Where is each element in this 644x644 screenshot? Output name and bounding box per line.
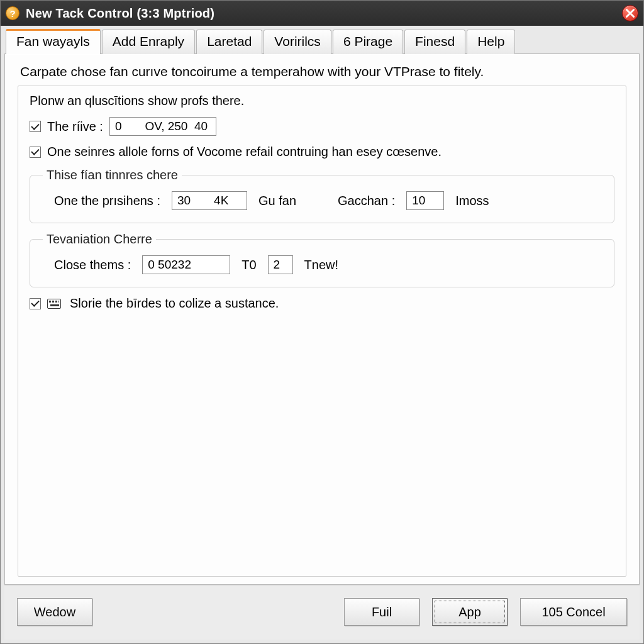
group-thise-fian: Thise fían tinnres chere One the prısihe… <box>30 168 614 223</box>
app-window: ? New Tack Control (3:3 Mptriod) Fan way… <box>0 0 644 644</box>
legend-tevaniation: Tevaniation Cherre <box>43 232 156 247</box>
tab-help[interactable]: Help <box>467 30 515 54</box>
tab-panel: Carpate chose fan curıve toncoirume a te… <box>4 53 640 585</box>
row-close-thems: Close thems : T0 Tnew! <box>43 255 601 274</box>
app-icon: ? <box>6 6 19 20</box>
tab-finesd[interactable]: Finesd <box>404 30 465 54</box>
tab-fan-wayayls[interactable]: Fan wayayls <box>6 29 101 54</box>
tabstrip: Fan wayayls Add Enraply Laretad Voririlc… <box>4 28 640 53</box>
wedow-button[interactable]: Wedow <box>17 598 92 626</box>
legend-thise-fian: Thise fían tinnres chere <box>43 168 182 182</box>
button-bar: Wedow Fuil App 105 Concel <box>4 585 640 640</box>
close-button[interactable] <box>622 5 638 21</box>
checkbox-seinres[interactable] <box>30 147 41 158</box>
label-t0: T0 <box>242 258 256 272</box>
keyboard-icon <box>47 299 61 309</box>
dialog-body: Fan wayayls Add Enraply Laretad Voririlc… <box>1 26 643 643</box>
close-icon <box>626 9 635 18</box>
tab-6-pirage[interactable]: 6 Pirage <box>333 30 403 54</box>
tab-laretad[interactable]: Laretad <box>196 30 262 54</box>
settings-container: Plonw an qluscītions show profs there. T… <box>18 86 626 577</box>
checkbox-rive[interactable] <box>30 121 41 132</box>
cancel-button[interactable]: 105 Concel <box>520 598 627 626</box>
row-slorie: Slorie the bīrdes to colize a sustance. <box>30 296 614 311</box>
checkbox-slorie[interactable] <box>30 298 41 309</box>
input-gacchan[interactable] <box>406 191 444 210</box>
label-prsihers: One the prısihens : <box>54 194 160 208</box>
input-t0[interactable] <box>268 255 293 274</box>
row-seinres: One seinres allole forns of Vocome refai… <box>30 145 614 159</box>
app-button[interactable]: App <box>432 598 508 626</box>
fuil-button[interactable]: Fuil <box>344 598 419 626</box>
group-tevaniation: Tevaniation Cherre Close thems : T0 Tnew… <box>30 232 614 287</box>
row-prsihers: One the prısihens : Gu fan Gacchan : Imo… <box>43 191 601 210</box>
tab-voririlcs[interactable]: Voririlcs <box>264 30 331 54</box>
input-prsihers[interactable] <box>172 191 247 210</box>
panel-description: Carpate chose fan curıve toncoirume a te… <box>20 64 624 79</box>
row-rive: The ríive : <box>30 117 614 136</box>
label-close-thems: Close thems : <box>54 258 131 272</box>
label-gacchan: Gacchan : <box>338 194 395 208</box>
label-tnew: Tnew! <box>304 258 338 272</box>
label-seinres: One seinres allole forns of Vocome refai… <box>47 145 441 159</box>
label-rive: The ríive : <box>47 119 103 134</box>
titlebar: ? New Tack Control (3:3 Mptriod) <box>1 1 643 26</box>
label-slorie: Slorie the bīrdes to colize a sustance. <box>70 296 279 311</box>
window-title: New Tack Control (3:3 Mptriod) <box>26 6 214 21</box>
input-rive[interactable] <box>109 117 216 136</box>
unit-imoss: Imoss <box>455 194 489 208</box>
tab-add-enraply[interactable]: Add Enraply <box>102 30 195 54</box>
line-plonw: Plonw an qluscītions show profs there. <box>30 94 614 108</box>
input-close-thems[interactable] <box>142 255 230 274</box>
unit-gu-fan: Gu fan <box>258 194 296 208</box>
